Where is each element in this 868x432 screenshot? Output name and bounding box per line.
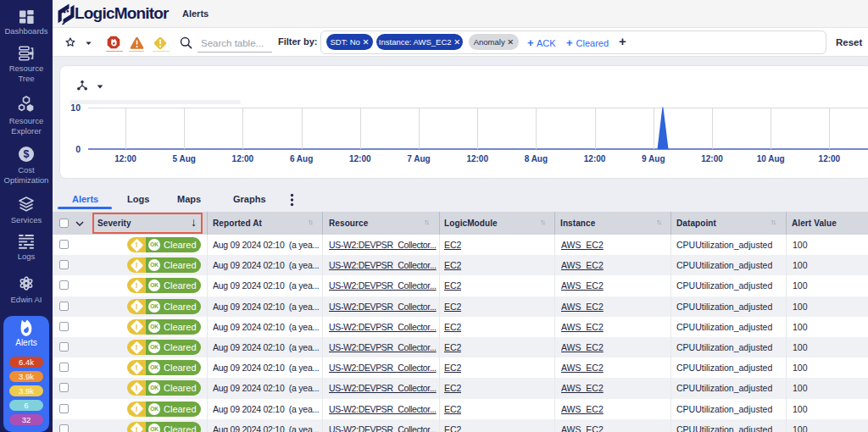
svg-text:$: $ <box>24 148 30 160</box>
